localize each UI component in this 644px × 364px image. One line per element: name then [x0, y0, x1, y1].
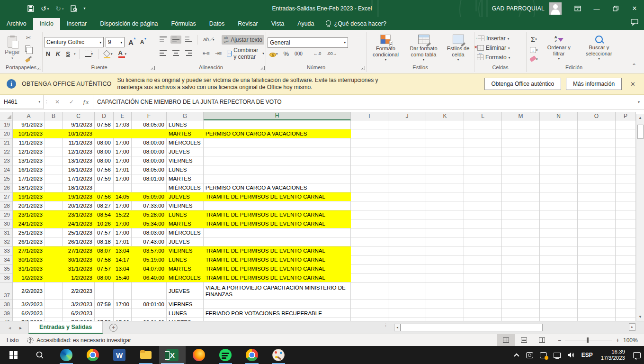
- cell-E26[interactable]: [114, 183, 132, 192]
- cell-M28[interactable]: [502, 201, 540, 210]
- zoom-slider[interactable]: [565, 340, 612, 340]
- tab-insertar[interactable]: Insertar: [60, 18, 93, 30]
- cell-K39[interactable]: [426, 309, 464, 318]
- cell-N25[interactable]: [540, 174, 578, 183]
- cell-H34[interactable]: TRAMITE DE PERMISOS DE EVENTO CARNAL: [204, 255, 351, 264]
- row-header-23[interactable]: 23: [0, 156, 13, 165]
- cell-J29[interactable]: [388, 210, 426, 219]
- cell-C35[interactable]: 31/1/2023: [63, 264, 95, 273]
- cell-E37[interactable]: [114, 282, 132, 300]
- row-header-38[interactable]: 38: [0, 300, 13, 309]
- cell-C24[interactable]: 16/1/2023: [63, 165, 95, 174]
- cell-L20[interactable]: [464, 129, 502, 138]
- tab-inicio[interactable]: Inicio: [33, 18, 60, 30]
- cell-B37[interactable]: [45, 282, 63, 300]
- scroll-right-icon[interactable]: ▸: [629, 323, 635, 331]
- cell-N20[interactable]: [540, 129, 578, 138]
- horizontal-scrollbar[interactable]: ◂: [394, 323, 636, 332]
- cell-O38[interactable]: [578, 300, 616, 309]
- cell-H36[interactable]: TRAMITE DE PERMISOS DE EVENTO CARNAL: [204, 273, 351, 282]
- cell-C26[interactable]: 18/1/2023: [63, 183, 95, 192]
- cell-J19[interactable]: [388, 120, 426, 129]
- cell-A25[interactable]: 17/1/2023: [13, 174, 45, 183]
- row-header-32[interactable]: 32: [0, 237, 13, 246]
- cell-H22[interactable]: [204, 147, 351, 156]
- cell-J34[interactable]: [388, 255, 426, 264]
- cell-B27[interactable]: [45, 192, 63, 201]
- column-header-D[interactable]: D: [95, 112, 114, 120]
- cell-L36[interactable]: [464, 273, 502, 282]
- cell-O24[interactable]: [578, 165, 616, 174]
- restore-button[interactable]: [606, 0, 625, 17]
- cell-L25[interactable]: [464, 174, 502, 183]
- notice-close-button[interactable]: ✕: [626, 81, 639, 88]
- paste-button[interactable]: Pegar ▾: [1, 34, 23, 62]
- row-header-39[interactable]: 39: [0, 309, 13, 318]
- column-header-P[interactable]: P: [616, 112, 636, 120]
- column-header-A[interactable]: A: [13, 112, 45, 120]
- cell-A20[interactable]: 10/1/2023: [13, 129, 45, 138]
- cell-L22[interactable]: [464, 147, 502, 156]
- cell-P24[interactable]: [616, 165, 636, 174]
- cell-N39[interactable]: [540, 309, 578, 318]
- format-painter-button[interactable]: [23, 55, 34, 63]
- row-header-26[interactable]: 26: [0, 183, 13, 192]
- cell-I38[interactable]: [351, 300, 388, 309]
- cell-J20[interactable]: [388, 129, 426, 138]
- cell-G26[interactable]: MIÉRCOLES: [167, 183, 204, 192]
- cell-D28[interactable]: 08:27: [95, 201, 114, 210]
- cell-G29[interactable]: LUNES: [167, 210, 204, 219]
- cell-H37[interactable]: VIAJE A PORTOVIEJO CAPACITACIÓN MINISTER…: [204, 282, 351, 300]
- cell-A33[interactable]: 27/1/2023: [13, 246, 45, 255]
- align-top-button[interactable]: [158, 36, 169, 44]
- cell-M20[interactable]: [502, 129, 540, 138]
- column-header-F[interactable]: F: [132, 112, 167, 120]
- cell-E30[interactable]: 17:00: [114, 219, 132, 228]
- cell-N24[interactable]: [540, 165, 578, 174]
- cell-N22[interactable]: [540, 147, 578, 156]
- cell-D19[interactable]: 07:58: [95, 120, 114, 129]
- cell-L26[interactable]: [464, 183, 502, 192]
- cell-J26[interactable]: [388, 183, 426, 192]
- cell-E39[interactable]: [114, 309, 132, 318]
- number-format-combo[interactable]: General▾: [268, 37, 348, 48]
- cell-P35[interactable]: [616, 264, 636, 273]
- cell-G34[interactable]: LUNES: [167, 255, 204, 264]
- scroll-up-icon[interactable]: ▲: [636, 114, 644, 122]
- column-header-H[interactable]: H: [204, 112, 351, 120]
- cell-M39[interactable]: [502, 309, 540, 318]
- cell-M22[interactable]: [502, 147, 540, 156]
- cell-C36[interactable]: 1/2/2023: [63, 273, 95, 282]
- cell-L23[interactable]: [464, 156, 502, 165]
- align-left-button[interactable]: [158, 49, 169, 57]
- cell-I36[interactable]: [351, 273, 388, 282]
- language-indicator[interactable]: ESP: [578, 346, 596, 364]
- cell-E23[interactable]: 17:00: [114, 156, 132, 165]
- cell-P25[interactable]: [616, 174, 636, 183]
- cell-G27[interactable]: JUEVES: [167, 192, 204, 201]
- cell-G31[interactable]: MIÉRCOLES: [167, 228, 204, 237]
- cell-A27[interactable]: 19/1/2023: [13, 192, 45, 201]
- font-dialog-launcher[interactable]: [151, 66, 155, 70]
- cell-L29[interactable]: [464, 210, 502, 219]
- cell-E34[interactable]: 14:17: [114, 255, 132, 264]
- cell-G37[interactable]: JUEVES: [167, 282, 204, 300]
- cell-M21[interactable]: [502, 138, 540, 147]
- cell-B19[interactable]: [45, 120, 63, 129]
- row-header-28[interactable]: 28: [0, 201, 13, 210]
- cell-J22[interactable]: [388, 147, 426, 156]
- cell-D24[interactable]: 07:56: [95, 165, 114, 174]
- start-button[interactable]: [0, 346, 27, 364]
- cell-A29[interactable]: 23/1/2023: [13, 210, 45, 219]
- cell-H21[interactable]: [204, 138, 351, 147]
- cell-F21[interactable]: 08:00:00: [132, 138, 167, 147]
- cell-J33[interactable]: [388, 246, 426, 255]
- cell-P31[interactable]: [616, 228, 636, 237]
- cell-F37[interactable]: [132, 282, 167, 300]
- cell-J36[interactable]: [388, 273, 426, 282]
- cell-E32[interactable]: 17:01: [114, 237, 132, 246]
- taskbar-paint[interactable]: [265, 346, 292, 364]
- font-size-combo[interactable]: 9▾: [106, 37, 125, 47]
- align-middle-button[interactable]: [170, 36, 181, 44]
- cell-N30[interactable]: [540, 219, 578, 228]
